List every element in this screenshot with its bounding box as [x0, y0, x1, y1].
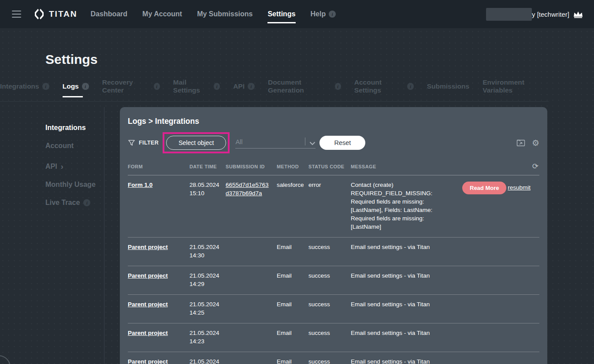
select-object-button[interactable]: Select object: [166, 136, 226, 150]
table-body: Form 1.0 28.05.202415:10 6655d7d1e5763d3…: [128, 175, 539, 364]
user-area: y [techwriter]: [486, 8, 583, 21]
top-navbar: TITAN Dashboard My Account My Submission…: [0, 0, 594, 28]
status-code-cell: success: [308, 243, 351, 251]
dropdown-selected-value: All: [235, 138, 305, 145]
submission-id-cell: 6655d7d1e5763d3787b69d7a: [226, 181, 277, 197]
brand-name: TITAN: [49, 9, 78, 19]
sidebar-divider: [104, 107, 104, 364]
resubmit-link[interactable]: resubmit: [508, 183, 531, 192]
settings-tab-bar: Integrationsi Logsi Recovery Centeri Mai…: [0, 78, 549, 102]
message-cell: Email send settings - via Titan: [351, 300, 462, 308]
form-link[interactable]: Parent project: [128, 358, 168, 364]
message-text: Contact (create): [351, 181, 456, 189]
export-logs-icon[interactable]: [516, 139, 525, 147]
redacted-username-box: [486, 8, 532, 21]
message-text: Email send settings - via Titan: [351, 271, 456, 280]
column-header-form: FORM: [128, 164, 189, 169]
table-row: Parent project 21.05.202414:22 Email suc…: [128, 352, 539, 364]
logs-sidebar: Integrations Account API› Monthly Usage …: [45, 124, 100, 217]
info-icon[interactable]: i: [329, 11, 336, 18]
info-icon: i: [407, 83, 413, 90]
filter-toolbar: FILTER Select object All Reset ⚙: [128, 132, 539, 154]
method-cell: salesforce: [277, 181, 308, 189]
filter-label: FILTER: [128, 139, 159, 147]
tab-logs[interactable]: Logsi: [63, 82, 89, 97]
logs-table: FORM DATE TIME SUBMISSION ID METHOD STAT…: [128, 157, 539, 364]
crown-icon: [573, 10, 583, 18]
status-code-cell: success: [308, 357, 351, 364]
info-icon: i: [83, 199, 90, 206]
column-header-submission-id: SUBMISSION ID: [226, 164, 277, 169]
brand-logo[interactable]: TITAN: [33, 8, 78, 20]
tab-account-settings[interactable]: Account Settingsi: [354, 78, 414, 101]
nav-item-settings[interactable]: Settings: [267, 0, 295, 28]
submission-id-link[interactable]: d3787b69d7a: [226, 189, 262, 197]
info-icon: i: [248, 83, 255, 90]
page-title: Settings: [45, 52, 594, 67]
method-cell: Email: [277, 271, 308, 280]
tab-submissions[interactable]: Submissions: [427, 82, 469, 97]
date-time-cell: 21.05.202414:23: [189, 329, 226, 345]
form-link[interactable]: Parent project: [128, 244, 168, 250]
nav-item-help[interactable]: Help i: [311, 0, 336, 28]
tab-api[interactable]: APIi: [233, 82, 255, 97]
titan-logo-icon: [33, 8, 45, 20]
form-link[interactable]: Form 1.0: [128, 182, 152, 188]
reset-button[interactable]: Reset: [319, 136, 365, 150]
status-code-cell: success: [308, 329, 351, 337]
submission-id-link[interactable]: 6655d7d1e5763: [226, 181, 269, 189]
username-label[interactable]: y [techwriter]: [532, 11, 569, 18]
read-more-button[interactable]: Read More: [462, 182, 506, 194]
message-text: Email send settings - via Titan: [351, 243, 456, 251]
chevron-right-icon: ›: [61, 164, 63, 169]
form-link[interactable]: Parent project: [128, 272, 168, 279]
message-text: Email send settings - via Titan: [351, 300, 456, 308]
logs-panel: Logs > Integrations FILTER Select object…: [120, 107, 547, 364]
sidebar-item-api[interactable]: API›: [45, 163, 100, 171]
table-row: Parent project 21.05.202414:30 Email suc…: [128, 238, 539, 266]
gear-icon[interactable]: ⚙: [532, 139, 539, 147]
message-text: REQUIRED_FIELD_MISSING: Required fields …: [351, 189, 456, 231]
date-time-cell: 21.05.202414:22: [189, 357, 226, 364]
method-cell: Email: [277, 243, 308, 251]
dropdown-separator: [305, 137, 305, 145]
message-cell: Email send settings - via Titan: [351, 329, 462, 337]
sidebar-item-live-trace[interactable]: Live Tracei: [45, 199, 100, 207]
date-time-cell: 21.05.202414:25: [189, 300, 226, 317]
column-header-message: MESSAGE: [351, 164, 462, 169]
form-link[interactable]: Parent project: [128, 301, 168, 308]
object-filter-dropdown[interactable]: All: [235, 137, 316, 149]
info-icon: i: [154, 83, 160, 90]
method-cell: Email: [277, 357, 308, 364]
main-nav: Dashboard My Account My Submissions Sett…: [91, 0, 336, 28]
hamburger-menu-icon[interactable]: [12, 11, 21, 18]
tab-recovery-center[interactable]: Recovery Centeri: [102, 78, 160, 101]
table-row: Parent project 21.05.202414:29 Email suc…: [128, 266, 539, 295]
sidebar-item-account[interactable]: Account: [45, 142, 100, 150]
nav-item-my-submissions[interactable]: My Submissions: [197, 0, 252, 28]
message-text: Email send settings - via Titan: [351, 357, 456, 364]
column-header-method: METHOD: [277, 164, 308, 169]
nav-item-dashboard[interactable]: Dashboard: [91, 0, 128, 28]
message-cell: Contact (create)REQUIRED_FIELD_MISSING: …: [351, 181, 462, 231]
refresh-icon[interactable]: ⟳: [532, 162, 538, 171]
form-link[interactable]: Parent project: [128, 330, 168, 336]
tab-integrations[interactable]: Integrationsi: [0, 82, 49, 97]
column-header-date-time: DATE TIME: [189, 164, 226, 169]
row-actions: Read Moreresubmit: [462, 181, 539, 194]
message-cell: Email send settings - via Titan: [351, 243, 462, 251]
message-text: Email send settings - via Titan: [351, 329, 456, 337]
tab-mail-settings[interactable]: Mail Settingsi: [173, 78, 220, 101]
date-time-cell: 21.05.202414:30: [189, 243, 226, 260]
tab-environment-variables[interactable]: Environment Variables: [483, 78, 549, 101]
nav-item-my-account[interactable]: My Account: [142, 0, 182, 28]
sidebar-item-integrations[interactable]: Integrations: [45, 124, 100, 132]
table-row: Parent project 21.05.202414:25 Email suc…: [128, 295, 539, 323]
sidebar-item-monthly-usage[interactable]: Monthly Usage: [45, 181, 100, 189]
annotation-highlight-box: Select object: [163, 132, 230, 153]
method-cell: Email: [277, 300, 308, 308]
chevron-down-icon: [309, 141, 316, 145]
info-icon: i: [82, 83, 89, 90]
status-code-cell: error: [308, 181, 351, 189]
tab-document-generation[interactable]: Document Generationi: [268, 78, 341, 101]
